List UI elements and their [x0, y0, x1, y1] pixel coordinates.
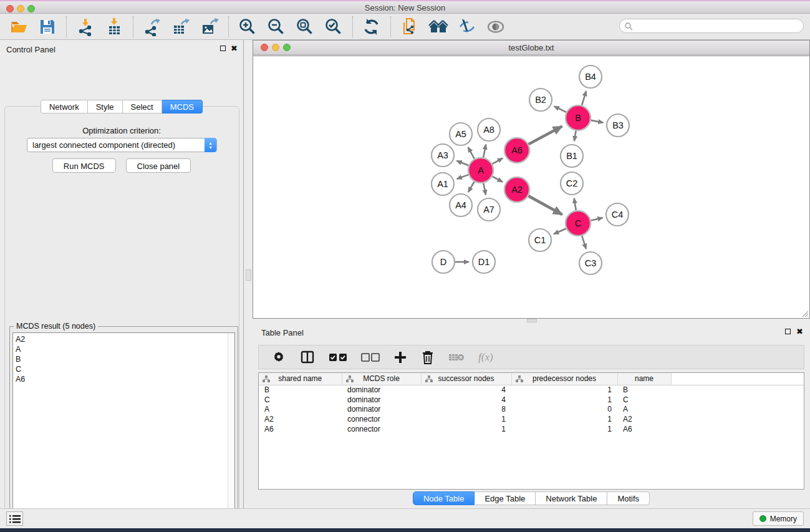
tab-select[interactable]: Select	[123, 100, 162, 114]
edge-B-B1[interactable]	[574, 131, 576, 142]
edge-C-C2[interactable]	[574, 198, 576, 211]
tab-node-table[interactable]: Node Table	[413, 491, 475, 505]
edge-A-A1[interactable]	[457, 175, 469, 179]
select-all-icon[interactable]	[329, 349, 347, 365]
column-header-predecessor-nodes[interactable]: predecessor nodes	[511, 373, 617, 385]
edge-A-A8[interactable]	[483, 145, 486, 158]
hide-edges-icon[interactable]	[457, 17, 477, 37]
close-panel-button[interactable]: Close panel	[126, 158, 191, 173]
node-table[interactable]: shared nameMCDS rolesuccessor nodesprede…	[258, 372, 804, 490]
edge-C-C1[interactable]	[554, 228, 566, 234]
run-mcds-button[interactable]: Run MCDS	[52, 158, 116, 173]
network-canvas[interactable]: B4B2BB3A8A5A6A3B1AC2A1A2A4A7C4CC1DD1C3	[253, 56, 809, 318]
table-row[interactable]: Adominator80A	[259, 405, 804, 415]
export-image-icon[interactable]	[200, 17, 219, 37]
vertical-splitter[interactable]	[244, 40, 253, 508]
edge-A-A6[interactable]	[492, 158, 503, 164]
table-cell[interactable]: 1	[511, 385, 617, 395]
table-cell[interactable]: 1	[511, 395, 617, 405]
table-cell[interactable]: 1	[511, 424, 617, 434]
optimization-dropdown[interactable]: largest connected component (directed) ▲…	[27, 138, 217, 152]
edge-C-C4[interactable]	[591, 218, 602, 220]
table-cell[interactable]: B	[259, 385, 342, 395]
vertical-splitter-grip[interactable]	[246, 269, 251, 281]
table-cell[interactable]: dominator	[342, 385, 421, 395]
tab-mcds[interactable]: MCDS	[162, 100, 203, 114]
edge-C-C3[interactable]	[582, 236, 586, 249]
table-cell[interactable]: A	[617, 405, 671, 415]
network-graph[interactable]: B4B2BB3A8A5A6A3B1AC2A1A2A4A7C4CC1DD1C3	[253, 56, 809, 319]
delete-table-icon[interactable]	[448, 349, 465, 365]
list-item[interactable]: A2	[16, 334, 234, 344]
column-header-shared-name[interactable]: shared name	[259, 373, 342, 385]
table-row[interactable]: A2connector11A2	[259, 414, 804, 424]
list-item[interactable]: B	[16, 354, 234, 364]
export-table-icon[interactable]	[171, 17, 191, 37]
table-cell[interactable]: B	[617, 385, 671, 395]
delete-column-icon[interactable]	[421, 349, 435, 365]
table-cell[interactable]: C	[259, 395, 342, 405]
table-cell[interactable]: 1	[421, 424, 511, 434]
function-builder-icon[interactable]: f(x)	[478, 349, 493, 365]
tab-motifs[interactable]: Motifs	[607, 491, 650, 505]
table-cell[interactable]: A6	[259, 424, 342, 434]
table-cell[interactable]: A6	[617, 424, 671, 434]
home-layout-icon[interactable]	[428, 17, 448, 37]
open-file-icon[interactable]	[9, 17, 29, 37]
edge-B-B3[interactable]	[591, 120, 604, 123]
table-float-icon[interactable]	[785, 329, 791, 334]
column-header-MCDS-role[interactable]: MCDS role	[342, 373, 421, 385]
zoom-fit-icon[interactable]	[295, 17, 315, 37]
edge-A-A3[interactable]	[456, 161, 468, 166]
zoom-out-icon[interactable]	[266, 17, 286, 37]
mcds-result-list[interactable]: A2ABCA6	[12, 332, 235, 532]
settings-gear-icon[interactable]	[271, 349, 286, 365]
table-row[interactable]: A6connector11A6	[259, 424, 804, 434]
edge-A2-C[interactable]	[528, 196, 562, 215]
list-item[interactable]: A	[16, 344, 234, 354]
edge-B-B2[interactable]	[554, 106, 566, 112]
split-view-icon[interactable]	[300, 349, 315, 365]
zoom-in-icon[interactable]	[238, 17, 258, 37]
edge-A-A2[interactable]	[493, 177, 503, 182]
table-cell[interactable]: C	[617, 395, 671, 405]
edge-A-A7[interactable]	[483, 183, 486, 195]
table-cell[interactable]: 4	[421, 395, 511, 405]
table-cell[interactable]: connector	[342, 424, 421, 434]
import-table-icon[interactable]	[104, 17, 124, 37]
float-panel-icon[interactable]	[220, 46, 226, 51]
export-network-icon[interactable]	[142, 17, 162, 37]
clone-network-icon[interactable]	[400, 17, 420, 37]
table-cell[interactable]: A2	[259, 414, 342, 424]
task-history-button[interactable]	[6, 511, 23, 526]
table-cell[interactable]: 0	[511, 405, 617, 415]
import-network-icon[interactable]	[75, 17, 95, 37]
table-cell[interactable]: dominator	[342, 405, 421, 415]
add-column-icon[interactable]	[393, 349, 407, 365]
table-row[interactable]: Bdominator41B	[259, 385, 804, 395]
show-graphics-eye-icon[interactable]	[486, 17, 506, 37]
table-cell[interactable]: 8	[421, 405, 511, 415]
close-panel-icon[interactable]: ✖	[231, 44, 238, 53]
edge-A6-B[interactable]	[529, 127, 562, 145]
list-item[interactable]: A6	[16, 374, 234, 384]
network-window-titlebar[interactable]: testGlobe.txt	[253, 41, 809, 55]
memory-button[interactable]: Memory	[753, 511, 804, 526]
table-cell[interactable]: A2	[617, 414, 671, 424]
resize-corner-icon[interactable]	[801, 310, 809, 317]
edge-B-B4[interactable]	[582, 91, 586, 105]
column-header-successor-nodes[interactable]: successor nodes	[421, 373, 511, 385]
table-row[interactable]: Cdominator41C	[259, 395, 804, 405]
search-input[interactable]	[633, 22, 803, 31]
table-cell[interactable]: connector	[342, 414, 421, 424]
table-cell[interactable]: dominator	[342, 395, 421, 405]
refresh-icon[interactable]	[362, 17, 382, 37]
edge-A-A4[interactable]	[468, 181, 475, 192]
toolbar-search[interactable]	[619, 19, 804, 33]
deselect-all-icon[interactable]	[361, 349, 380, 365]
result-scrollbar[interactable]	[228, 333, 234, 532]
table-cell[interactable]: 4	[421, 385, 511, 395]
tab-style[interactable]: Style	[88, 100, 123, 114]
column-header-name[interactable]: name	[617, 373, 671, 385]
tab-edge-table[interactable]: Edge Table	[475, 491, 536, 505]
